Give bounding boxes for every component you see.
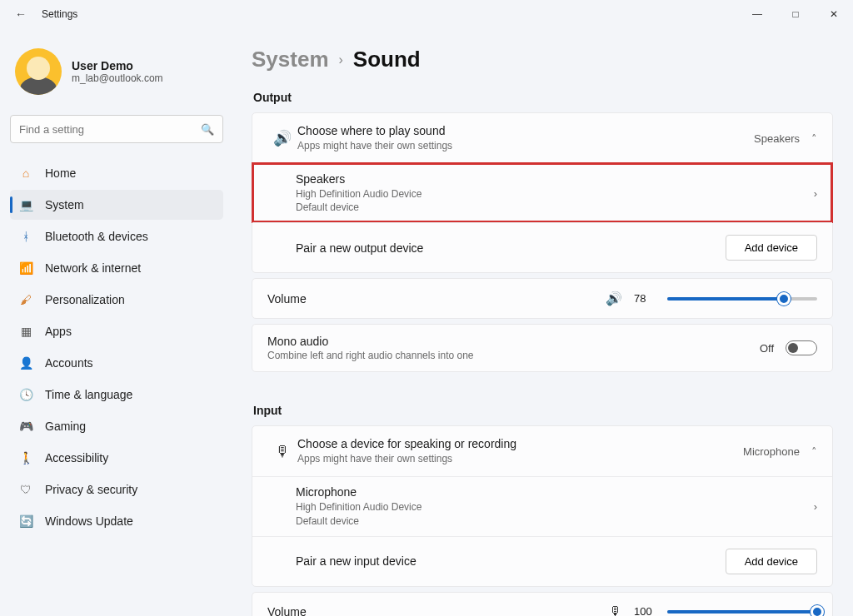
search-icon: 🔍 xyxy=(201,123,214,136)
maximize-button[interactable]: □ xyxy=(776,0,815,28)
row-title: Pair a new input device xyxy=(296,554,726,568)
speakers-device-row[interactable]: Speakers High Definition Audio DeviceDef… xyxy=(252,163,832,222)
system-icon: 💻 xyxy=(18,198,33,211)
input-volume-slider[interactable] xyxy=(667,610,817,614)
breadcrumb: System › Sound xyxy=(252,47,833,72)
user-profile[interactable]: User Demo m_lab@outlook.com xyxy=(10,43,223,100)
input-current-value: Microphone xyxy=(743,445,800,458)
nav-label: Privacy & security xyxy=(45,483,137,496)
sidebar-item-personalization[interactable]: 🖌Personalization xyxy=(10,285,223,315)
choose-input-row[interactable]: 🎙 Choose a device for speaking or record… xyxy=(252,426,832,476)
bluetooth-icon: ᚼ xyxy=(18,230,33,243)
volume-value: 78 xyxy=(634,292,656,305)
update-icon: 🔄 xyxy=(18,514,33,528)
output-volume-row: Volume 🔊 78 xyxy=(252,279,832,318)
sidebar-item-system[interactable]: 💻System xyxy=(10,190,223,220)
row-sub: Apps might have their own settings xyxy=(297,139,754,152)
speaker-icon[interactable]: 🔊 xyxy=(606,291,622,306)
sidebar-item-gaming[interactable]: 🎮Gaming xyxy=(10,411,223,441)
row-title: Microphone xyxy=(296,485,814,499)
mono-audio-card: Mono audio Combine left and right audio … xyxy=(252,324,833,372)
gamepad-icon: 🎮 xyxy=(18,420,33,433)
pair-output-row: Pair a new output device Add device xyxy=(252,222,832,272)
row-title: Choose where to play sound xyxy=(297,124,754,137)
sidebar-item-network[interactable]: 📶Network & internet xyxy=(10,253,223,283)
page-title: Sound xyxy=(353,47,421,72)
speaker-icon: 🔊 xyxy=(267,129,297,147)
add-input-device-button[interactable]: Add device xyxy=(726,549,817,574)
sidebar-item-accounts[interactable]: 👤Accounts xyxy=(10,348,223,378)
sidebar-item-apps[interactable]: ▦Apps xyxy=(10,316,223,346)
row-title: Speakers xyxy=(296,172,814,186)
home-icon: ⌂ xyxy=(18,166,33,180)
sidebar-item-accessibility[interactable]: 🚶Accessibility xyxy=(10,443,223,473)
sidebar-item-windows-update[interactable]: 🔄Windows Update xyxy=(10,506,223,536)
sidebar-item-home[interactable]: ⌂Home xyxy=(10,158,223,188)
avatar xyxy=(15,48,62,95)
input-card: 🎙 Choose a device for speaking or record… xyxy=(252,425,833,586)
chevron-right-icon: › xyxy=(339,52,343,67)
nav-label: Accessibility xyxy=(45,451,108,464)
shield-icon: 🛡 xyxy=(18,483,33,496)
chevron-right-icon: › xyxy=(814,187,817,200)
chevron-up-icon: ˄ xyxy=(811,132,817,145)
sidebar-item-time-language[interactable]: 🕓Time & language xyxy=(10,380,223,410)
pair-input-row: Pair a new input device Add device xyxy=(252,536,832,586)
row-title: Pair a new output device xyxy=(296,241,726,255)
nav-label: Home xyxy=(45,166,76,180)
choose-output-row[interactable]: 🔊 Choose where to play sound Apps might … xyxy=(252,113,832,163)
nav-label: Apps xyxy=(45,325,72,338)
nav: ⌂Home 💻System ᚼBluetooth & devices 📶Netw… xyxy=(10,158,223,536)
toggle-state-label: Off xyxy=(760,342,774,355)
volume-label: Volume xyxy=(267,605,597,616)
wifi-icon: 📶 xyxy=(18,261,33,275)
main-content: System › Sound Output 🔊 Choose where to … xyxy=(233,28,853,616)
mono-audio-toggle[interactable] xyxy=(786,340,817,355)
sidebar-item-privacy[interactable]: 🛡Privacy & security xyxy=(10,474,223,504)
nav-label: Time & language xyxy=(45,388,132,401)
row-sub: High Definition Audio DeviceDefault devi… xyxy=(296,187,814,214)
brush-icon: 🖌 xyxy=(18,293,33,306)
user-name: User Demo xyxy=(72,59,163,72)
sidebar: User Demo m_lab@outlook.com 🔍 ⌂Home 💻Sys… xyxy=(0,28,233,616)
mono-audio-row: Mono audio Combine left and right audio … xyxy=(252,325,832,371)
row-sub: High Definition Audio DeviceDefault devi… xyxy=(296,500,814,527)
nav-label: Bluetooth & devices xyxy=(45,230,148,243)
apps-icon: ▦ xyxy=(18,325,33,338)
nav-label: Windows Update xyxy=(45,514,133,528)
microphone-icon[interactable]: 🎙 xyxy=(609,604,622,616)
clock-icon: 🕓 xyxy=(18,388,33,401)
nav-label: Gaming xyxy=(45,420,86,433)
search-box[interactable]: 🔍 xyxy=(10,115,223,143)
add-output-device-button[interactable]: Add device xyxy=(726,235,817,261)
output-current-value: Speakers xyxy=(754,132,800,145)
input-volume-card: Volume 🎙 100 xyxy=(252,592,833,616)
nav-label: System xyxy=(45,198,84,211)
volume-value: 100 xyxy=(634,605,656,616)
microphone-icon: 🎙 xyxy=(267,443,297,460)
row-title: Mono audio xyxy=(267,335,748,348)
microphone-device-row[interactable]: Microphone High Definition Audio DeviceD… xyxy=(252,476,832,535)
nav-label: Accounts xyxy=(45,356,93,370)
search-input[interactable] xyxy=(19,123,201,136)
output-volume-slider[interactable] xyxy=(667,297,817,301)
user-email: m_lab@outlook.com xyxy=(72,72,163,84)
nav-label: Personalization xyxy=(45,293,125,306)
input-heading: Input xyxy=(253,404,833,417)
output-volume-card: Volume 🔊 78 xyxy=(252,278,833,319)
back-button[interactable]: ← xyxy=(8,7,33,21)
output-card: 🔊 Choose where to play sound Apps might … xyxy=(252,112,833,273)
accessibility-icon: 🚶 xyxy=(18,451,33,464)
breadcrumb-parent[interactable]: System xyxy=(252,47,329,72)
input-volume-row: Volume 🎙 100 xyxy=(252,593,832,616)
minimize-button[interactable]: — xyxy=(738,0,776,28)
output-heading: Output xyxy=(253,91,833,104)
sidebar-item-bluetooth[interactable]: ᚼBluetooth & devices xyxy=(10,221,223,251)
row-title: Choose a device for speaking or recordin… xyxy=(297,437,743,450)
close-button[interactable]: ✕ xyxy=(815,0,853,28)
row-sub: Combine left and right audio channels in… xyxy=(267,350,748,361)
chevron-right-icon: › xyxy=(814,500,817,513)
window-title: Settings xyxy=(42,8,77,20)
volume-label: Volume xyxy=(267,292,594,306)
chevron-up-icon: ˄ xyxy=(811,445,817,458)
